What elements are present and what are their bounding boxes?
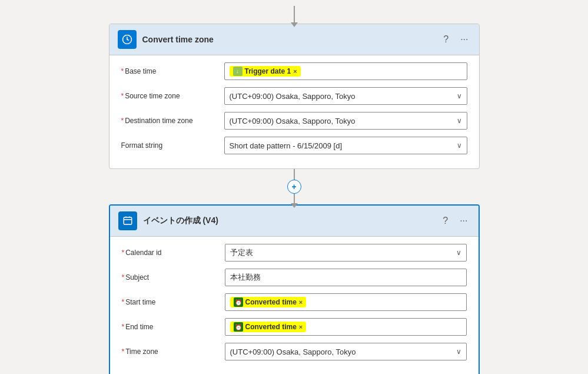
card1-help-button[interactable]: ? <box>441 33 451 46</box>
source-tz-arrow: ∨ <box>457 92 462 100</box>
input-format[interactable]: Short date pattern - 6/15/2009 [d] ∨ <box>224 137 467 154</box>
card2-header: イベントの作成 (V4) ? ··· <box>110 206 479 237</box>
field-row-calendar-id: *Calendar id 予定表 ∨ <box>122 244 467 262</box>
source-tz-value: (UTC+09:00) Osaka, Sapporo, Tokyo <box>230 92 356 101</box>
token-trigger-text: Trigger date 1 <box>245 67 291 75</box>
input-subject[interactable]: 本社勤務 <box>225 269 467 286</box>
label-time-zone: *Time zone <box>122 347 225 356</box>
label-start-time: *Start time <box>122 298 225 306</box>
top-arrow <box>294 6 295 24</box>
card2-icon <box>118 211 137 230</box>
card1-icon <box>118 30 137 49</box>
end-time-token-close[interactable]: × <box>299 323 303 330</box>
card-create-event: イベントの作成 (V4) ? ··· *Calendar id 予定表 ∨ <box>109 204 480 374</box>
connector-line-top <box>294 169 295 180</box>
input-calendar-id[interactable]: 予定表 ∨ <box>225 244 467 262</box>
start-time-token-text: Converted time <box>245 298 297 306</box>
card-convert-time-zone: Convert time zone ? ··· *Base time ↓ Tri… <box>109 24 480 169</box>
connector-section: + <box>287 169 301 204</box>
token-trigger-close[interactable]: × <box>293 68 297 75</box>
card2-actions: ? ··· <box>440 214 470 227</box>
label-calendar-id: *Calendar id <box>122 249 225 257</box>
end-time-token-text: Converted time <box>245 323 297 331</box>
end-time-token-icon: ⏰ <box>234 322 243 332</box>
token-converted-time-end: ⏰ Converted time × <box>230 322 307 332</box>
label-base-time: *Base time <box>121 67 224 75</box>
field-row-start-time: *Start time ⏰ Converted time × <box>122 293 467 311</box>
card1-title: Convert time zone <box>142 35 436 44</box>
token-trigger-date: ↓ Trigger date 1 × <box>230 66 301 77</box>
calendar-id-value: 予定表 <box>230 247 253 258</box>
dest-tz-value: (UTC+09:00) Osaka, Sapporo, Tokyo <box>230 117 356 125</box>
show-advanced-button[interactable]: Show advanced options ∨ <box>122 368 467 374</box>
connector-arrow <box>291 203 298 208</box>
required-star: * <box>121 67 124 75</box>
field-row-time-zone: *Time zone (UTC+09:00) Osaka, Sapporo, T… <box>122 343 467 360</box>
required-star: * <box>122 273 125 282</box>
card1-more-button[interactable]: ··· <box>458 33 470 46</box>
start-time-token-close[interactable]: × <box>299 299 303 306</box>
field-row-source-tz: *Source time zone (UTC+09:00) Osaka, Sap… <box>121 87 467 105</box>
required-star: * <box>121 92 124 100</box>
required-star: * <box>122 323 125 331</box>
input-time-zone[interactable]: (UTC+09:00) Osaka, Sapporo, Tokyo ∨ <box>225 343 467 360</box>
dest-tz-arrow: ∨ <box>457 117 462 125</box>
add-step-button[interactable]: + <box>287 180 301 194</box>
token-converted-time-start: ⏰ Converted time × <box>230 297 307 307</box>
start-time-token-icon: ⏰ <box>234 297 243 307</box>
field-row-format: Format string Short date pattern - 6/15/… <box>121 137 467 154</box>
trigger-token-icon: ↓ <box>233 67 242 76</box>
input-dest-tz[interactable]: (UTC+09:00) Osaka, Sapporo, Tokyo ∨ <box>224 112 467 130</box>
input-base-time[interactable]: ↓ Trigger date 1 × <box>224 62 467 80</box>
label-source-tz: *Source time zone <box>121 92 224 100</box>
field-row-base-time: *Base time ↓ Trigger date 1 × <box>121 62 467 80</box>
card2-body: *Calendar id 予定表 ∨ *Subject 本社勤務 * <box>110 237 479 374</box>
field-row-dest-tz: *Destination time zone (UTC+09:00) Osaka… <box>121 112 467 130</box>
card2-more-button[interactable]: ··· <box>457 214 470 227</box>
card1-header: Convert time zone ? ··· <box>109 24 479 55</box>
subject-value: 本社勤務 <box>230 272 261 283</box>
clock-icon <box>122 34 132 45</box>
card1-body: *Base time ↓ Trigger date 1 × *Source ti… <box>109 55 479 168</box>
format-value: Short date pattern - 6/15/2009 [d] <box>230 141 343 150</box>
input-start-time[interactable]: ⏰ Converted time × <box>225 293 467 311</box>
required-star: * <box>121 117 124 125</box>
label-subject: *Subject <box>122 273 225 282</box>
calendar-id-arrow: ∨ <box>456 249 461 257</box>
time-zone-arrow: ∨ <box>456 347 461 356</box>
format-arrow: ∨ <box>457 141 462 150</box>
input-end-time[interactable]: ⏰ Converted time × <box>225 318 467 336</box>
required-star: * <box>122 298 125 306</box>
label-format: Format string <box>121 141 224 150</box>
label-end-time: *End time <box>122 323 225 331</box>
required-star: * <box>122 347 125 356</box>
svg-rect-1 <box>124 217 132 224</box>
required-star: * <box>122 249 125 257</box>
card1-actions: ? ··· <box>441 33 470 46</box>
input-source-tz[interactable]: (UTC+09:00) Osaka, Sapporo, Tokyo ∨ <box>224 87 467 105</box>
connector-line-bottom <box>294 194 295 204</box>
time-zone-value: (UTC+09:00) Osaka, Sapporo, Tokyo <box>230 347 356 356</box>
card2-help-button[interactable]: ? <box>440 214 450 227</box>
flow-container: Convert time zone ? ··· *Base time ↓ Tri… <box>103 6 486 374</box>
outlook-icon <box>122 216 133 226</box>
field-row-end-time: *End time ⏰ Converted time × <box>122 318 467 336</box>
label-dest-tz: *Destination time zone <box>121 117 224 125</box>
field-row-subject: *Subject 本社勤務 <box>122 269 467 286</box>
card2-title: イベントの作成 (V4) <box>143 216 435 226</box>
